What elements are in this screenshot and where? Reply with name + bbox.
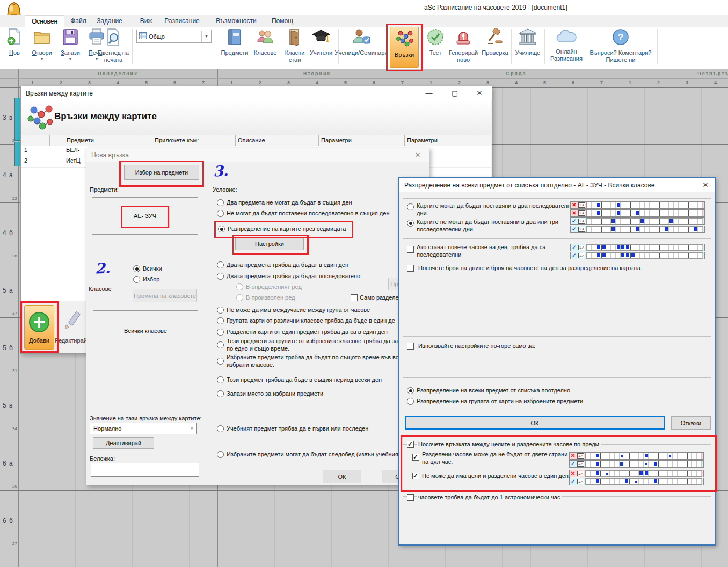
specify-days-checkbox[interactable] [407, 265, 414, 272]
classrooms-button[interactable]: Класни стаи [281, 28, 308, 63]
distribution-titlebar: Разпределение на всеки предмет от списък… [399, 178, 715, 192]
classes-button[interactable]: Класове [250, 28, 280, 56]
cond-label-9: Избраните предмети трябва да бъдат по съ… [227, 353, 404, 369]
classes-all-label: Всички [143, 265, 162, 272]
importance-select[interactable]: Нормално ˅ [90, 423, 197, 434]
cond-radio-1[interactable] [217, 210, 224, 217]
subject-value: АЕ- ЗУЧ [92, 212, 198, 220]
pattern-cell [634, 461, 639, 467]
online-timetables-button[interactable]: Онлайн Разписания [548, 28, 585, 62]
classes-pick-radio[interactable] [133, 276, 140, 283]
close-icon[interactable]: ✕ [409, 148, 427, 162]
cond-radio-5[interactable] [217, 307, 224, 314]
save-button[interactable]: Запази ▼ [58, 28, 83, 60]
not-two-three-days-radio[interactable] [407, 220, 414, 227]
view-dropdown-arrow-icon[interactable]: ▼ [201, 31, 211, 42]
cond-radio-4b[interactable] [236, 294, 243, 301]
deactivate-button[interactable]: Деактивирай [93, 437, 154, 449]
only-split-checkbox[interactable] [351, 294, 358, 301]
cond-radio-11[interactable] [217, 390, 224, 397]
cond-radio-12[interactable] [217, 425, 224, 432]
split-not-sides-checkbox[interactable] [412, 454, 419, 461]
no-whole-split-same-day-checkbox[interactable] [412, 473, 419, 479]
group-cards-radio[interactable] [407, 398, 414, 405]
change-classes-button[interactable]: Промяна на класовете [133, 289, 197, 302]
links-button[interactable]: Връзки [390, 27, 419, 68]
new-button[interactable]: Нов [4, 28, 25, 56]
grid-row-label: 3 в [3, 114, 13, 121]
students-seminars-button[interactable]: Ученици/Семинари [333, 28, 390, 56]
cond-radio-6[interactable] [217, 317, 224, 324]
tab-osnoven[interactable]: Основен [25, 15, 64, 27]
table-header-subjects[interactable]: Предмети [64, 135, 152, 146]
table-header-description[interactable]: Описание [236, 135, 319, 146]
school-button[interactable]: Училище [513, 28, 542, 56]
minimize-icon[interactable]: — [420, 86, 438, 100]
add-link-button[interactable]: Добави [24, 305, 54, 350]
choose-subjects-button[interactable]: Избор на предмети [124, 165, 199, 180]
chevron-down-icon: ˅ [191, 426, 193, 431]
subjects-button[interactable]: Предмети [219, 28, 250, 56]
use-settings-checkbox[interactable] [407, 343, 414, 350]
tab-vizh[interactable]: Виж [135, 15, 157, 27]
cond-radio-4[interactable] [217, 273, 224, 280]
cond-radio-13[interactable] [217, 451, 224, 458]
check-button[interactable]: Проверка [480, 28, 510, 56]
more-hours-checkbox[interactable] [407, 246, 414, 253]
cancel-button[interactable]: Откажи [671, 416, 711, 430]
tab-zadanie[interactable]: Задание [94, 15, 125, 27]
each-subject-radio[interactable] [407, 387, 414, 394]
pattern-cell [629, 461, 634, 467]
pattern-cell [682, 461, 687, 467]
table-header-parameters[interactable]: Параметри [319, 135, 405, 146]
table-header-empty[interactable] [50, 135, 64, 146]
generate-new-button[interactable]: Генерирай ново [448, 28, 479, 63]
open-dropdown-arrow[interactable]: ▼ [40, 57, 44, 60]
cond-radio-9[interactable] [217, 358, 224, 365]
whole-split-link-checkbox[interactable] [407, 441, 414, 448]
cond-radio-8[interactable] [217, 341, 224, 348]
cond-radio-7[interactable] [217, 329, 224, 336]
cond-label-8: Тези предмети за групите от изброените к… [227, 337, 404, 353]
ok-button[interactable]: ОК [405, 416, 665, 430]
tab-pomosht[interactable]: Помощ [268, 15, 296, 27]
close-icon[interactable]: ✕ [697, 178, 714, 192]
pattern-preview: ✕1.A✓1.A [569, 470, 704, 485]
teachers-button[interactable]: Учители [307, 28, 335, 56]
classes-all-radio[interactable] [133, 265, 140, 272]
pattern-row: ✓1.A [570, 226, 705, 233]
pattern-cells [585, 461, 702, 467]
cond-label-4a: В определеният ред [246, 283, 302, 290]
cond-radio-4a[interactable] [236, 284, 243, 290]
edit-link-button[interactable]: Редактирай [55, 305, 86, 348]
two-days-radio[interactable] [407, 203, 414, 210]
table-header-empty[interactable] [21, 135, 35, 146]
pattern-cell [673, 461, 678, 467]
tab-file[interactable]: Файл [68, 15, 89, 27]
cond-radio-week-distribution[interactable] [218, 226, 225, 232]
cond-radio-10[interactable] [217, 376, 224, 383]
tab-vazmozhnosti[interactable]: Възможности [212, 15, 261, 27]
table-header-parameters[interactable]: Параметри [405, 135, 491, 146]
open-button[interactable]: Отвори ▼ [27, 28, 57, 60]
test-button[interactable]: Тест [424, 28, 447, 56]
ok-button[interactable]: ОК [323, 470, 361, 483]
print-preview-button[interactable]: Преглед на печата [96, 28, 131, 63]
table-header-empty[interactable] [35, 135, 50, 146]
questions-comments-button[interactable]: ? Въпроси? Коментари? Пишете ни [586, 28, 655, 63]
save-dropdown-arrow[interactable]: ▼ [69, 57, 72, 60]
cond-radio-0[interactable] [217, 199, 224, 206]
close-icon[interactable]: ✕ [470, 86, 489, 100]
astronomical-hour-checkbox[interactable] [407, 494, 414, 501]
tab-razpisanie[interactable]: Разписание [159, 15, 205, 27]
pattern-cell [630, 210, 635, 216]
note-input[interactable] [91, 463, 199, 477]
maximize-icon[interactable]: ▢ [446, 86, 464, 100]
view-dropdown[interactable]: Общо ▼ [136, 30, 212, 43]
book-icon [227, 28, 243, 48]
table-header-apply-to[interactable]: Приложете към: [152, 135, 236, 146]
settings-button[interactable]: Настройки [235, 237, 304, 250]
pattern-cell [621, 253, 625, 258]
pattern-cell [601, 210, 606, 216]
cond-radio-3[interactable] [217, 261, 224, 268]
